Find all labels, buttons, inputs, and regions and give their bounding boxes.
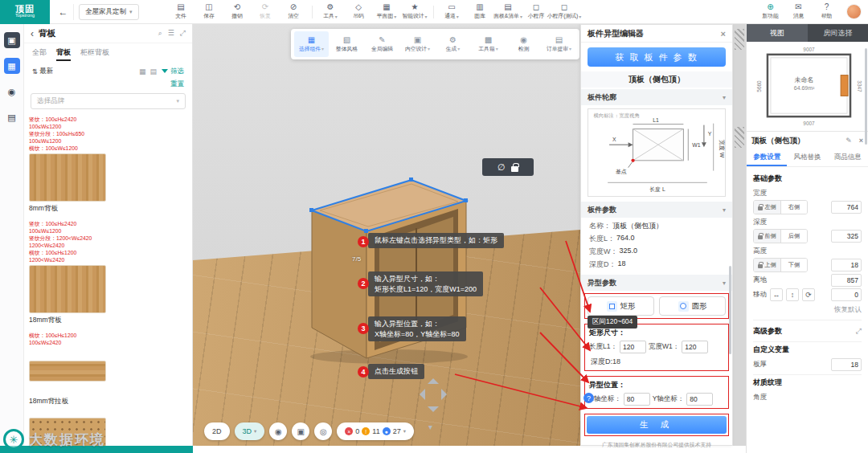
move-input[interactable]	[831, 288, 862, 301]
anchor-right-option[interactable]: 右侧	[780, 201, 807, 214]
hide-icon[interactable]: ∅	[497, 163, 506, 172]
panel-collapse-handle[interactable]	[735, 127, 744, 148]
expand-icon[interactable]: ⤢	[856, 327, 862, 336]
list-icon[interactable]: ☰	[168, 29, 174, 38]
model-view-button[interactable]: ▣	[292, 422, 309, 440]
product-card[interactable]: 横纹：100≤H≤1200100≤W≤2420 18mm背拉板	[29, 332, 106, 406]
depth-input[interactable]	[831, 230, 862, 243]
filter-button[interactable]: 筛选	[162, 67, 184, 76]
clear-button[interactable]: ⊘清空	[280, 1, 307, 23]
mini-app-test-button[interactable]: ◻小程序(测试)▾	[551, 1, 578, 23]
product-card[interactable]: 竖纹：100≤H≤2420100≤W≤1200 竖纹分段：100≤H≤65010…	[29, 116, 106, 214]
camera-dpad[interactable]: ▾	[416, 373, 451, 446]
anchor-front-option[interactable]: 前侧	[754, 230, 780, 243]
generate-shape-button[interactable]: 生 成	[587, 416, 727, 434]
channel-button[interactable]: ▭通道▾	[439, 1, 465, 23]
tab-style-replace[interactable]: 风格替换	[787, 149, 827, 166]
panel-back-button[interactable]: ‹	[31, 28, 34, 39]
floorplan-thumbnail[interactable]: 9007 9007 3347 5660 未命名 64.69m²	[747, 42, 868, 132]
snapshot-button[interactable]: ◎	[314, 422, 332, 440]
ground-offset-input[interactable]	[831, 274, 862, 287]
visibility-button[interactable]: ◉	[269, 422, 287, 440]
height-input[interactable]	[831, 259, 862, 271]
chevron-down-icon[interactable]: ▾	[723, 280, 726, 287]
inner-design-button[interactable]: ▣内空设计▾	[400, 31, 435, 57]
move-horizontal-button[interactable]: ↔	[770, 288, 783, 301]
product-card[interactable]: 18mm背板_拉手孔	[29, 413, 106, 446]
global-style-button[interactable]: ▧整体风格	[330, 31, 364, 57]
rotate-button[interactable]: ⟳	[802, 288, 815, 301]
chevron-down-icon[interactable]: ▾	[723, 94, 726, 101]
help-button[interactable]: ?帮助	[813, 1, 840, 23]
pan-more-icon[interactable]: ▾	[428, 422, 432, 431]
message-button[interactable]: ✉消息	[785, 1, 812, 23]
generate-button[interactable]: ⚙生成▾	[436, 31, 470, 57]
tab-param-settings[interactable]: 参数设置	[747, 149, 787, 166]
move-vertical-button[interactable]: ↕	[786, 288, 799, 301]
tab-room-select[interactable]: 房间选择	[808, 24, 868, 42]
rail-material-library[interactable]: ▦	[4, 58, 20, 74]
lock-icon[interactable]	[511, 166, 518, 172]
pan-left-arrow[interactable]	[414, 389, 425, 400]
file-button[interactable]: ▤文件	[168, 1, 194, 23]
new-feature-button[interactable]: ⊕新功能	[757, 1, 784, 23]
save-button[interactable]: ◫保存	[196, 1, 223, 23]
pan-up-arrow[interactable]	[428, 373, 439, 384]
circle-shape-button[interactable]: 圆形	[659, 296, 726, 316]
tab-product-info[interactable]: 商品信息	[828, 149, 868, 166]
anchor-bottom-option[interactable]: 下侧	[780, 259, 807, 271]
anchor-back-option[interactable]: 后侧	[780, 230, 807, 243]
width-input[interactable]	[831, 201, 862, 214]
close-icon[interactable]: ×	[721, 29, 726, 39]
anchor-left-option[interactable]: 左侧	[754, 201, 780, 214]
close-icon[interactable]: ×	[859, 137, 863, 145]
canvas-3d-view[interactable]: ▦选择组件▾ ▧整体风格 ✎全局编辑 ▣内空设计▾ ⚙生成▾ ▩工具箱▾ ◉检测…	[193, 24, 580, 446]
rect-shape-button[interactable]: 矩形	[588, 296, 654, 316]
search-icon[interactable]: ⌕	[158, 29, 162, 38]
floorplan-button[interactable]: ▦平面图▾	[374, 1, 400, 23]
brand-select[interactable]: 选择品牌 ▾	[31, 93, 186, 109]
back-button[interactable]: ←	[53, 4, 74, 20]
chevron-down-icon[interactable]: ▾	[723, 206, 726, 214]
toolbox-button[interactable]: ▩工具箱▾	[471, 31, 506, 57]
redo-button[interactable]: ⟳恢复	[252, 1, 279, 23]
y-coord-input[interactable]	[686, 393, 713, 406]
tab-cabinet-backboard[interactable]: 柜框背板	[80, 47, 109, 61]
mini-app-button[interactable]: ◻小程序	[523, 1, 550, 23]
editor-scrollbar[interactable]	[729, 266, 731, 354]
global-edit-button[interactable]: ✎全局编辑	[365, 31, 399, 57]
gallery-button[interactable]: ▥图库	[467, 1, 493, 23]
right-panel-scrollbar[interactable]	[865, 48, 867, 145]
grid-view-icon[interactable]: ▦	[139, 67, 146, 76]
view-2d-button[interactable]: 2D	[204, 422, 230, 440]
sort-newest-button[interactable]: ⇅最新	[32, 67, 53, 76]
rail-orders[interactable]: ▤	[4, 109, 20, 125]
tab-backboard[interactable]: 背板	[56, 47, 71, 61]
pan-right-arrow[interactable]	[441, 389, 452, 400]
status-counts[interactable]: ×0 !11 ●27 ▾	[337, 422, 414, 440]
length-l1-input[interactable]	[620, 341, 646, 353]
restore-defaults-link[interactable]: 恢复默认	[834, 305, 862, 315]
x-coord-input[interactable]	[624, 393, 650, 406]
order-review-button[interactable]: ▤订单提审▾	[542, 31, 576, 57]
rail-account[interactable]: ◉	[4, 84, 20, 100]
pan-down-arrow[interactable]	[428, 406, 439, 418]
get-board-params-button[interactable]: 获 取 板 件 参 数	[588, 47, 726, 67]
list-view-icon[interactable]: ▤	[149, 67, 157, 76]
detect-button[interactable]: ◉检测	[506, 31, 541, 57]
hanger-code-button[interactable]: ◇吊码	[346, 1, 372, 23]
tab-all[interactable]: 全部	[32, 47, 47, 61]
panel-list-button[interactable]: ▤面板&清单▾	[495, 1, 522, 23]
project-type-select[interactable]: 全屋家具定制 ▾	[79, 4, 139, 20]
help-button[interactable]: ?	[583, 393, 594, 403]
undo-button[interactable]: ⟲撤销	[224, 1, 251, 23]
edit-icon[interactable]: ✎	[845, 137, 852, 145]
reset-filter-link[interactable]: 重置	[170, 80, 184, 89]
expand-icon[interactable]: ⤢	[180, 29, 186, 38]
anchor-top-option[interactable]: 上侧	[754, 259, 780, 271]
width-w1-input[interactable]	[682, 341, 708, 353]
select-component-button[interactable]: ▦选择组件▾	[294, 31, 329, 57]
smart-design-button[interactable]: ★智能设计▾	[402, 1, 428, 23]
tab-view[interactable]: 视图	[747, 24, 808, 42]
avatar[interactable]	[846, 4, 862, 19]
